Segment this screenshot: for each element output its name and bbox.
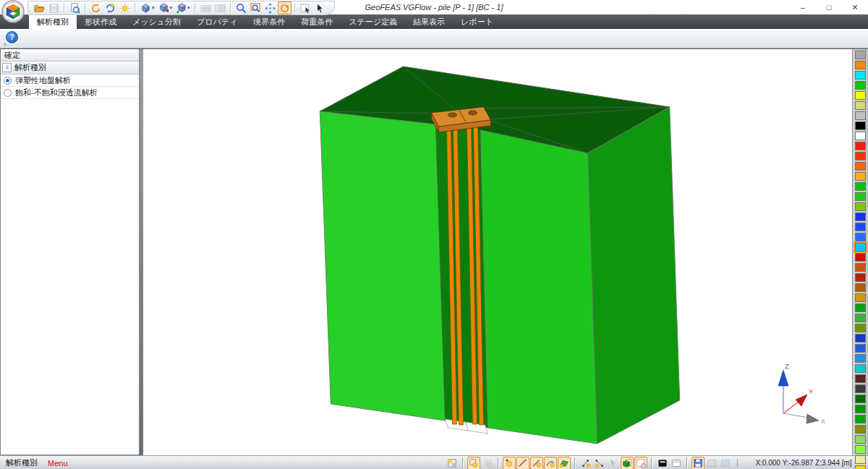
tab-形状作成[interactable]: 形状作成 — [77, 14, 124, 29]
color-swatch[interactable] — [855, 324, 866, 332]
color-swatch[interactable] — [855, 233, 866, 241]
color-swatch[interactable] — [855, 344, 866, 353]
draw-polyline-icon[interactable] — [530, 457, 543, 469]
color-swatch[interactable] — [855, 132, 866, 140]
color-swatch[interactable] — [855, 111, 866, 120]
analysis-type-group-header[interactable]: « 解析種別 — [1, 61, 139, 74]
save-view-icon[interactable] — [692, 457, 705, 469]
color-swatch[interactable] — [855, 293, 866, 302]
color-swatch[interactable] — [855, 223, 866, 231]
select-window-button[interactable] — [299, 1, 312, 14]
color-swatch[interactable] — [855, 101, 866, 110]
color-swatch[interactable] — [855, 243, 866, 251]
color-swatch[interactable] — [855, 192, 866, 201]
draw-arc-icon[interactable] — [544, 457, 557, 469]
color-swatch[interactable] — [855, 263, 866, 272]
color-swatch[interactable] — [855, 384, 866, 393]
color-swatch[interactable] — [855, 61, 866, 69]
select-element-icon[interactable] — [593, 457, 606, 469]
tab-荷重条件[interactable]: 荷重条件 — [293, 14, 341, 29]
color-swatch[interactable] — [855, 374, 866, 383]
color-swatch[interactable] — [855, 283, 866, 292]
collapse-chevron-icon: « — [2, 63, 12, 72]
color-swatch[interactable] — [855, 182, 866, 191]
next-view-icon[interactable] — [719, 457, 732, 469]
rotate-blue-button[interactable] — [103, 1, 117, 14]
app-logo-icon[interactable] — [1, 0, 25, 23]
color-swatch[interactable] — [855, 212, 866, 221]
analysis-type-panel: 確定 « 解析種別 弾塑性地盤解析飽和-不飽和浸透流解析 — [0, 49, 140, 455]
orbit-button[interactable] — [278, 1, 292, 14]
layout-grid-icon[interactable] — [446, 457, 459, 469]
tab-プロパティ[interactable]: プロパティ — [189, 14, 245, 29]
ribbon-collapse-icon[interactable]: ∧… — [3, 41, 13, 48]
snap-grid-icon[interactable] — [481, 457, 494, 469]
show-wireframe-icon[interactable] — [634, 457, 647, 469]
color-swatch[interactable] — [855, 435, 866, 444]
tab-解析種別[interactable]: 解析種別 — [29, 14, 77, 29]
display-white-icon[interactable] — [670, 457, 683, 469]
draw-line-icon[interactable] — [516, 457, 529, 469]
color-swatch[interactable] — [855, 142, 866, 150]
pick-icon[interactable] — [607, 457, 620, 469]
statusbar-icon-group — [501, 457, 573, 469]
open-folder-button[interactable] — [33, 1, 46, 14]
color-swatch[interactable] — [855, 81, 866, 90]
snap-node-icon[interactable] — [467, 457, 480, 469]
status-menu-link[interactable]: Menu — [48, 459, 68, 468]
tab-境界条件[interactable]: 境界条件 — [245, 14, 293, 29]
print-preview-button[interactable] — [68, 1, 82, 14]
color-swatch[interactable] — [855, 334, 866, 343]
draw-point-icon[interactable] — [503, 457, 516, 469]
close-button[interactable]: ✕ — [842, 0, 868, 14]
radio-button-icon[interactable] — [4, 89, 12, 97]
view-front-button[interactable]: ▾ — [157, 1, 174, 14]
view-iso-button[interactable]: ▾ — [174, 1, 192, 14]
color-swatch[interactable] — [855, 172, 866, 181]
view-cube-button[interactable]: ▾ — [139, 1, 156, 14]
color-swatch[interactable] — [855, 71, 866, 79]
select-arrow-icon — [315, 3, 326, 14]
rotate-orange-button[interactable] — [89, 1, 103, 14]
analysis-option[interactable]: 弾塑性地盤解析 — [1, 74, 139, 87]
maximize-button[interactable]: □ — [816, 0, 842, 14]
color-swatch[interactable] — [855, 445, 866, 454]
color-swatch[interactable] — [855, 304, 866, 312]
color-swatch[interactable] — [855, 273, 866, 282]
capture-button[interactable] — [199, 1, 213, 14]
compare-button[interactable] — [213, 1, 227, 14]
select-arrow-button[interactable] — [313, 1, 327, 14]
zoom-button[interactable] — [234, 1, 248, 14]
show-solid-icon[interactable] — [621, 457, 634, 469]
color-swatch[interactable] — [855, 415, 866, 423]
color-swatch[interactable] — [855, 152, 866, 160]
draw-polygon-icon[interactable] — [558, 457, 571, 469]
minimize-button[interactable]: – — [790, 0, 816, 14]
prev-view-icon[interactable] — [705, 457, 718, 469]
select-node-icon[interactable] — [579, 457, 592, 469]
tab-結果表示[interactable]: 結果表示 — [405, 14, 453, 29]
tab-ステージ定義[interactable]: ステージ定義 — [341, 14, 405, 29]
tab-メッシュ分割[interactable]: メッシュ分割 — [124, 14, 189, 29]
color-swatch[interactable] — [855, 121, 866, 130]
light-button[interactable] — [118, 1, 132, 14]
save-button[interactable] — [47, 1, 61, 14]
display-black-icon[interactable] — [656, 457, 669, 469]
tab-レポート[interactable]: レポート — [453, 14, 501, 29]
color-swatch[interactable] — [855, 395, 866, 403]
radio-button-icon[interactable] — [4, 77, 12, 85]
pan-button[interactable] — [263, 1, 277, 14]
color-swatch[interactable] — [855, 314, 866, 322]
color-swatch[interactable] — [855, 162, 866, 171]
analysis-option[interactable]: 飽和-不飽和浸透流解析 — [1, 87, 139, 99]
color-swatch[interactable] — [855, 51, 866, 59]
model-viewport[interactable]: Z Y X — [143, 49, 852, 455]
color-swatch[interactable] — [855, 425, 866, 434]
color-swatch[interactable] — [855, 405, 866, 413]
color-swatch[interactable] — [855, 91, 866, 100]
color-swatch[interactable] — [855, 364, 866, 373]
color-swatch[interactable] — [855, 354, 866, 363]
color-swatch[interactable] — [855, 202, 866, 211]
color-swatch[interactable] — [855, 253, 866, 262]
zoom-window-button[interactable] — [249, 1, 263, 14]
